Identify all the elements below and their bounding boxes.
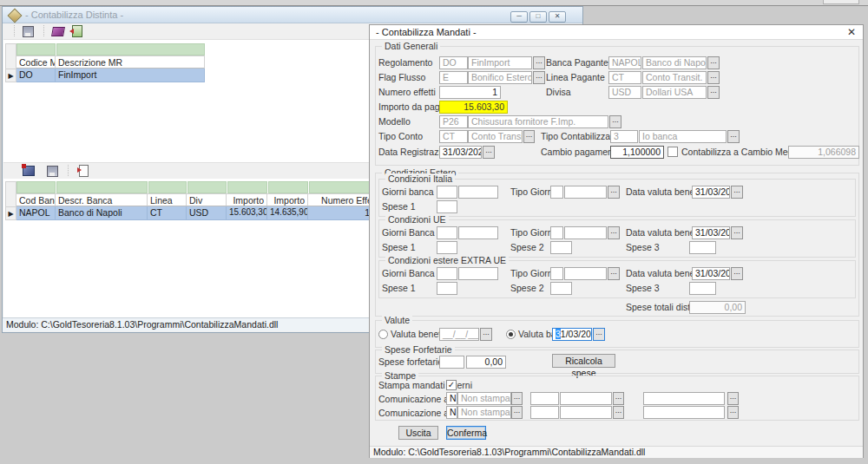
contabilizza-cambio-medio-checkbox[interactable]	[667, 147, 678, 157]
fornitore-extra-code-field[interactable]	[530, 392, 559, 405]
giorni-banca-field-1[interactable]	[437, 267, 457, 280]
banca-pagante-label: Banca Pagante	[546, 56, 608, 69]
valuta-banca-calendar-button[interactable]: ...	[593, 328, 605, 341]
uscita-button[interactable]: Uscita	[398, 426, 438, 440]
data-valuta-beneficiario-field[interactable]: 31/03/2020	[692, 226, 730, 239]
valuta-beneficiario-date-field[interactable]: __/__/____	[439, 328, 479, 341]
regolamento-lookup-button[interactable]: ...	[533, 56, 545, 69]
grid2-col-header[interactable]: Div	[187, 193, 227, 206]
save-button[interactable]	[19, 24, 36, 38]
regolamento-code-field[interactable]: DO	[439, 56, 468, 69]
divisa-lookup-button[interactable]: ...	[707, 86, 720, 99]
banca-extra2-field[interactable]	[643, 406, 725, 419]
modello-lookup-button[interactable]: ...	[609, 115, 621, 128]
grid2-col-header[interactable]: Descr. Banca	[56, 193, 148, 206]
restore-button[interactable]: □	[529, 11, 547, 23]
flag-flusso-code-field[interactable]: E	[439, 71, 468, 84]
banca-extra-code-field[interactable]	[530, 406, 559, 419]
tipo-giorni-code-field[interactable]	[550, 267, 563, 280]
grid2-col-header[interactable]: Importo	[227, 193, 267, 206]
conferma-button[interactable]: Conferma	[446, 426, 486, 440]
spese2-field[interactable]	[550, 241, 572, 254]
close-button[interactable]: ✕	[549, 11, 566, 23]
fornitore-extra2-field[interactable]	[643, 392, 725, 405]
ledger-button[interactable]	[20, 164, 37, 178]
save-button-2[interactable]	[43, 164, 61, 178]
spese1-field[interactable]	[437, 241, 457, 254]
spese-forfetarie-value-field[interactable]: 0,00	[466, 356, 506, 369]
grid1-col-header[interactable]: Descrizione MR	[56, 56, 205, 69]
dialog-close-icon[interactable]: ✕	[845, 26, 858, 38]
giorni-banca-field-2[interactable]	[458, 226, 498, 239]
cambio-pagamento-field[interactable]: 1,100000	[610, 146, 664, 159]
divisa-code-field[interactable]: USD	[608, 86, 641, 99]
grid1-cell[interactable]: FinImport	[56, 69, 205, 82]
grid2-col-header[interactable]: Cod Banca	[16, 193, 56, 206]
banca-extra2-lookup-button[interactable]: ...	[727, 406, 739, 419]
data-valuta-calendar-button[interactable]: ...	[731, 226, 743, 239]
data-registrazione-field[interactable]: 31/03/2020	[439, 146, 482, 159]
spese3-field[interactable]	[689, 241, 716, 254]
book-button[interactable]	[49, 24, 67, 38]
giorni-banca-field-1[interactable]	[437, 186, 457, 199]
grid2-cell[interactable]: CT	[148, 206, 187, 220]
export-button[interactable]	[75, 164, 92, 178]
spese1-field[interactable]	[437, 200, 457, 213]
grid1-col-header[interactable]: Codice MR	[16, 56, 56, 69]
valuta-banca-date-field[interactable]: 31/03/2020	[552, 328, 592, 341]
tipo-conto-code-field[interactable]: CT	[439, 130, 468, 143]
tipo-contabilizzazione-code-field[interactable]: 3	[610, 130, 638, 143]
spese1-field[interactable]	[437, 282, 457, 295]
tipo-giorni-lookup-button[interactable]: ...	[608, 267, 620, 280]
data-valuta-beneficiario-field[interactable]: 31/03/2020	[692, 186, 730, 199]
comunicazione-banca-code-field[interactable]: N	[446, 406, 457, 419]
tipo-giorni-lookup-button[interactable]: ...	[608, 226, 620, 239]
minimize-button[interactable]: ─	[510, 11, 528, 23]
banca-extra-lookup-button[interactable]: ...	[613, 406, 624, 419]
dialog-titlebar[interactable]: - Contabilizza Mandati - ✕	[370, 25, 863, 40]
tipo-giorni-code-field[interactable]	[550, 186, 563, 199]
ricalcola-spese-button[interactable]: Ricalcola spese	[552, 354, 615, 368]
exit-button[interactable]	[69, 24, 86, 38]
valuta-beneficiario-calendar-button[interactable]: ...	[480, 328, 492, 341]
spese3-field[interactable]	[689, 282, 716, 295]
flag-flusso-lookup-button[interactable]: ...	[533, 71, 545, 84]
data-valuta-beneficiario-field[interactable]: 31/03/2020	[692, 267, 730, 280]
tipo-giorni-lookup-button[interactable]: ...	[608, 186, 620, 199]
banca-pagante-lookup-button[interactable]: ...	[707, 56, 720, 69]
fornitore-extra2-lookup-button[interactable]: ...	[727, 392, 739, 405]
comunicazione-banca-lookup-button[interactable]: ...	[511, 406, 523, 419]
grid1-cell[interactable]: DO	[16, 69, 56, 82]
tipo-contabilizzazione-lookup-button[interactable]: ...	[727, 130, 740, 143]
spese-forfetarie-code-field[interactable]	[439, 356, 464, 369]
valuta-beneficiario-radio[interactable]	[378, 330, 388, 339]
importo-da-pagare-field[interactable]: 15.603,30	[439, 101, 508, 114]
giorni-banca-field-2[interactable]	[458, 186, 498, 199]
comunicazione-fornitore-code-field[interactable]: N	[446, 392, 457, 405]
grid2-cell[interactable]: 14.635,90	[267, 206, 308, 220]
numero-effetti-field[interactable]: 1	[439, 86, 501, 99]
grid2-col-header[interactable]: Importo	[267, 193, 308, 206]
giorni-banca-field-2[interactable]	[458, 267, 498, 280]
grid2-col-header[interactable]: Linea	[148, 193, 187, 206]
linea-pagante-code-field[interactable]: CT	[608, 71, 641, 84]
spese2-field[interactable]	[550, 282, 572, 295]
comunicazione-fornitore-lookup-button[interactable]: ...	[511, 392, 523, 405]
tipo-giorni-code-field[interactable]	[550, 226, 563, 239]
linea-pagante-lookup-button[interactable]: ...	[707, 71, 720, 84]
data-registrazione-calendar-button[interactable]: ...	[483, 146, 495, 159]
valuta-banca-radio[interactable]	[506, 330, 516, 339]
giorni-banca-field-1[interactable]	[437, 226, 457, 239]
tipo-conto-lookup-button[interactable]: ...	[523, 130, 535, 143]
fornitore-extra-lookup-button[interactable]: ...	[613, 392, 624, 405]
banca-pagante-code-field[interactable]: NAPOL	[608, 56, 641, 69]
grid2-cell[interactable]: USD	[187, 206, 227, 220]
grid2-cell[interactable]: NAPOL	[16, 206, 56, 220]
data-valuta-calendar-button[interactable]: ...	[731, 267, 743, 280]
window-titlebar[interactable]: - Contabilizza Distinta -	[3, 7, 582, 23]
stampa-mandati-interni-checkbox[interactable]: ✓	[446, 380, 457, 390]
grid2-cell[interactable]: Banco di Napoli	[56, 206, 148, 220]
modello-code-field[interactable]: P26	[439, 115, 468, 128]
data-valuta-calendar-button[interactable]: ...	[731, 186, 743, 199]
grid2-cell[interactable]: 15.603,30	[227, 206, 267, 220]
